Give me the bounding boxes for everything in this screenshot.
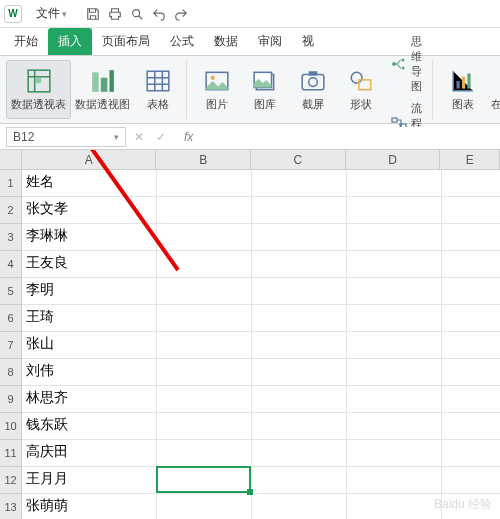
tab-view[interactable]: 视	[292, 28, 324, 55]
row-header[interactable]: 2	[0, 197, 22, 224]
cell[interactable]	[252, 197, 347, 224]
print-icon[interactable]	[105, 4, 125, 24]
cell[interactable]	[442, 224, 500, 251]
preview-icon[interactable]	[127, 4, 147, 24]
screenshot-button[interactable]: 截屏	[289, 60, 337, 119]
cell[interactable]	[157, 197, 252, 224]
cell[interactable]	[252, 305, 347, 332]
cell[interactable]	[347, 332, 442, 359]
tab-review[interactable]: 审阅	[248, 28, 292, 55]
row-header[interactable]: 4	[0, 251, 22, 278]
tab-home[interactable]: 开始	[4, 28, 48, 55]
cell[interactable]	[442, 197, 500, 224]
formula-input[interactable]	[197, 127, 494, 147]
row-header[interactable]: 10	[0, 413, 22, 440]
cell[interactable]	[347, 224, 442, 251]
cell[interactable]	[157, 467, 252, 494]
cell[interactable]	[157, 494, 252, 519]
cell[interactable]	[252, 170, 347, 197]
cell[interactable]: 张文孝	[22, 197, 157, 224]
spreadsheet[interactable]: ABCDE 1234567891011121314 姓名张文孝李琳琳王友良李明王…	[0, 150, 500, 519]
cell[interactable]	[347, 251, 442, 278]
cell[interactable]	[157, 278, 252, 305]
column-header[interactable]: E	[440, 150, 500, 170]
cell[interactable]	[157, 224, 252, 251]
cell[interactable]: 钱东跃	[22, 413, 157, 440]
cell[interactable]	[347, 386, 442, 413]
tab-insert[interactable]: 插入	[48, 28, 92, 55]
cell[interactable]: 王琦	[22, 305, 157, 332]
cells-area[interactable]: 姓名张文孝李琳琳王友良李明王琦张山刘伟林思齐钱东跃高庆田王月月张萌萌	[22, 170, 500, 519]
select-all-corner[interactable]	[0, 150, 22, 170]
cell[interactable]	[442, 251, 500, 278]
cell[interactable]	[252, 440, 347, 467]
cell[interactable]	[157, 386, 252, 413]
row-header[interactable]: 7	[0, 332, 22, 359]
row-header[interactable]: 8	[0, 359, 22, 386]
cell[interactable]	[157, 332, 252, 359]
cell[interactable]	[252, 332, 347, 359]
cell[interactable]	[347, 170, 442, 197]
cell[interactable]	[347, 413, 442, 440]
cell[interactable]: 张山	[22, 332, 157, 359]
cell[interactable]	[347, 467, 442, 494]
cell[interactable]: 王月月	[22, 467, 157, 494]
cell[interactable]	[347, 197, 442, 224]
tab-formulas[interactable]: 公式	[160, 28, 204, 55]
cell[interactable]	[252, 386, 347, 413]
cell[interactable]: 李琳琳	[22, 224, 157, 251]
cell[interactable]	[252, 467, 347, 494]
row-header[interactable]: 11	[0, 440, 22, 467]
cell[interactable]: 李明	[22, 278, 157, 305]
online-chart-button[interactable]: 在线图表	[487, 60, 500, 119]
cell[interactable]	[442, 467, 500, 494]
gallery-button[interactable]: 图库	[241, 60, 289, 119]
cell[interactable]	[157, 413, 252, 440]
cell[interactable]	[252, 251, 347, 278]
column-header[interactable]: C	[251, 150, 346, 170]
cell[interactable]	[442, 305, 500, 332]
cell[interactable]	[157, 170, 252, 197]
cell[interactable]	[347, 278, 442, 305]
cell[interactable]	[442, 386, 500, 413]
row-header[interactable]: 9	[0, 386, 22, 413]
cell[interactable]	[252, 413, 347, 440]
cell[interactable]: 刘伟	[22, 359, 157, 386]
cell[interactable]	[347, 440, 442, 467]
picture-button[interactable]: 图片	[193, 60, 241, 119]
row-header[interactable]: 12	[0, 467, 22, 494]
name-box[interactable]: B12 ▾	[6, 127, 126, 147]
cell[interactable]: 姓名	[22, 170, 157, 197]
tab-data[interactable]: 数据	[204, 28, 248, 55]
chart-button[interactable]: 图表	[439, 60, 487, 119]
column-header[interactable]: D	[346, 150, 441, 170]
column-header[interactable]: A	[22, 150, 156, 170]
cell[interactable]	[347, 494, 442, 519]
table-button[interactable]: 表格	[134, 60, 182, 119]
cell[interactable]	[252, 359, 347, 386]
cell[interactable]	[157, 305, 252, 332]
save-icon[interactable]	[83, 4, 103, 24]
pivot-chart-button[interactable]: 数据透视图	[71, 60, 134, 119]
column-header[interactable]: B	[156, 150, 251, 170]
cell[interactable]	[252, 494, 347, 519]
row-header[interactable]: 5	[0, 278, 22, 305]
row-header[interactable]: 1	[0, 170, 22, 197]
cell[interactable]	[157, 251, 252, 278]
pivot-table-button[interactable]: 数据透视表	[6, 60, 71, 119]
cell[interactable]	[442, 170, 500, 197]
cell[interactable]	[347, 359, 442, 386]
cell[interactable]: 林思齐	[22, 386, 157, 413]
cell[interactable]: 高庆田	[22, 440, 157, 467]
cell[interactable]: 王友良	[22, 251, 157, 278]
cell[interactable]	[157, 359, 252, 386]
confirm-icon[interactable]: ✓	[152, 130, 170, 144]
row-header[interactable]: 13	[0, 494, 22, 519]
cell[interactable]: 张萌萌	[22, 494, 157, 519]
cell[interactable]	[442, 278, 500, 305]
redo-icon[interactable]	[171, 4, 191, 24]
row-header[interactable]: 3	[0, 224, 22, 251]
tab-page-layout[interactable]: 页面布局	[92, 28, 160, 55]
cancel-icon[interactable]: ✕	[130, 130, 148, 144]
cell[interactable]	[442, 359, 500, 386]
